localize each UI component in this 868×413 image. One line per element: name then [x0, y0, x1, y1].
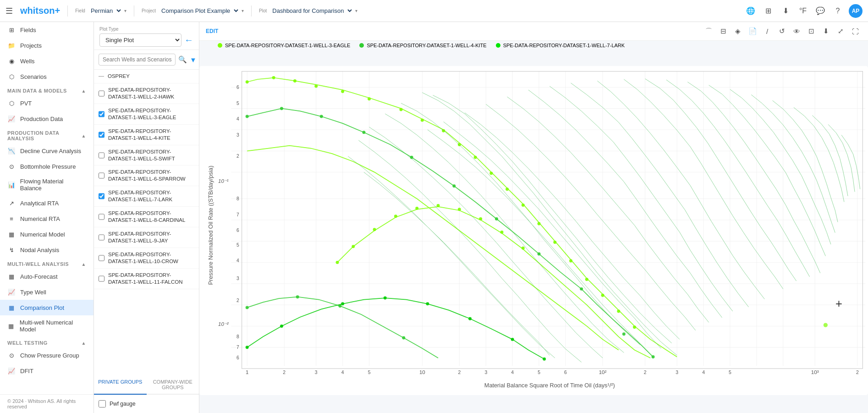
tab-private-groups[interactable]: PRIVATE GROUPS [94, 375, 147, 395]
svg-text:5: 5 [236, 242, 239, 248]
well-checkbox[interactable] [99, 193, 104, 200]
list-item[interactable]: SPE-DATA-REPOSITORY-DATASET-1-WELL-9-JAY [94, 227, 199, 248]
download-icon[interactable]: ⬇ [779, 5, 792, 17]
list-item[interactable]: SPE-DATA-REPOSITORY-DATASET-1-WELL-11-FA… [94, 269, 199, 289]
fullscreen-tool-icon[interactable]: ⛶ [849, 25, 862, 38]
search-input[interactable] [99, 54, 176, 66]
list-item[interactable]: SPE-DATA-REPOSITORY-DATASET-1-WELL-10-CR… [94, 248, 199, 269]
sidebar-item-comparison-plot[interactable]: ▦ Comparison Plot [0, 300, 93, 315]
sidebar-item-scenarios[interactable]: ⬡ Scenarios [0, 69, 93, 84]
well-checkbox[interactable] [99, 90, 104, 97]
plot-type-select[interactable]: Single Plot [99, 33, 181, 47]
refresh-tool-icon[interactable]: ↺ [775, 25, 788, 38]
well-checkbox[interactable] [99, 131, 104, 138]
fill-tool-icon[interactable]: ◈ [731, 25, 744, 38]
svg-point-93 [394, 215, 397, 218]
group-checkbox[interactable] [99, 400, 106, 407]
list-item[interactable]: SPE-DATA-REPOSITORY-DATASET-1-WELL-6-SPA… [94, 165, 199, 186]
back-button[interactable]: ← [184, 35, 193, 45]
sidebar-item-projects[interactable]: 📁 Projects [0, 38, 93, 53]
middle-panel: Plot Type Single Plot ← 🔍 ▼ RESET — OSPR… [94, 22, 199, 413]
well-checkbox[interactable] [99, 254, 104, 262]
sidebar-item-dfit[interactable]: 📈 DFIT [0, 363, 93, 379]
project-selector[interactable]: Project Comparison Plot Example ▾ [142, 6, 244, 16]
svg-text:6: 6 [236, 228, 239, 233]
sidebar-item-pvt[interactable]: ⬡ PVT [0, 95, 93, 111]
help-icon[interactable]: ? [831, 5, 844, 17]
sidebar-item-chow-pressure[interactable]: ⊙ Chow Pressure Group [0, 347, 93, 363]
groups-list: Pwf gauge [94, 395, 199, 413]
list-item[interactable]: SPE-DATA-REPOSITORY-DATASET-1-WELL-5-SWI… [94, 145, 199, 166]
download-tool-icon[interactable]: ⬇ [819, 25, 832, 38]
menu-icon[interactable]: ☰ [5, 6, 13, 16]
expand-tool-icon[interactable]: ⊡ [805, 25, 818, 38]
plot-select[interactable]: Dashboard for Comparison [269, 6, 353, 16]
svg-point-73 [341, 90, 344, 93]
well-checkbox[interactable] [99, 213, 104, 220]
edit-button[interactable]: EDIT [206, 28, 218, 34]
list-item[interactable]: — OSPREY [94, 70, 199, 83]
svg-point-121 [511, 338, 514, 341]
chat-icon[interactable]: 💬 [814, 5, 827, 17]
plot-chevron-icon: ▾ [355, 8, 357, 13]
globe-icon[interactable]: 🌐 [744, 5, 757, 17]
numerical-model-icon: ▦ [7, 230, 16, 238]
field-selector[interactable]: Field Permian ▾ [75, 6, 126, 16]
well-checkbox[interactable] [99, 275, 104, 282]
eye-off-tool-icon[interactable]: 👁 [790, 25, 803, 38]
list-item[interactable]: SPE-DATA-REPOSITORY-DATASET-1-WELL-7-LAR… [94, 186, 199, 207]
well-name: SPE-DATA-REPOSITORY-DATASET-1-WELL-9-JAY [108, 231, 194, 244]
svg-text:3: 3 [484, 370, 487, 375]
section-main-data[interactable]: Main Data & Models ▲ [0, 84, 93, 95]
sidebar-item-fields[interactable]: ⊞ Fields [0, 22, 93, 38]
well-checkbox[interactable] [99, 172, 104, 179]
chart-legend: SPE-DATA-REPOSITORY-DATASET-1-WELL-3-EAG… [199, 41, 868, 48]
chevron-up-icon4: ▲ [82, 341, 86, 346]
tab-company-groups[interactable]: COMPANY-WIDE GROUPS [147, 375, 199, 395]
well-checkbox[interactable] [99, 152, 104, 159]
legend-dot-eagle [218, 43, 222, 48]
temperature-icon[interactable]: °F [797, 5, 809, 17]
svg-text:3: 3 [315, 370, 318, 375]
sidebar-item-numerical-rta[interactable]: ≡ Numerical RTA [0, 211, 93, 226]
legend-item-kite: SPE-DATA-REPOSITORY-DATASET-1-WELL-4-KIT… [359, 43, 486, 48]
search-icon[interactable]: 🔍 [178, 55, 187, 64]
filter-icon[interactable]: ▼ [190, 56, 197, 64]
sidebar-item-bottomhole[interactable]: ⊙ Bottomhole Pressure [0, 159, 93, 174]
list-item[interactable]: SPE-DATA-REPOSITORY-DATASET-1-WELL-4-KIT… [94, 125, 199, 145]
list-item[interactable]: SPE-DATA-REPOSITORY-DATASET-1-WELL-3-EAG… [94, 104, 199, 125]
section-well-testing[interactable]: Well Testing ▲ [0, 336, 93, 347]
save-tool-icon[interactable]: 📄 [746, 25, 759, 38]
svg-point-72 [314, 85, 318, 88]
well-checkbox[interactable] [99, 110, 104, 118]
curve-tool-icon[interactable]: ⌒ [702, 25, 715, 38]
sidebar-item-nodal-analysis[interactable]: ↯ Nodal Analysis [0, 242, 93, 258]
sidebar-item-auto-forecast[interactable]: ▦ Auto-Forecast [0, 269, 93, 284]
project-select[interactable]: Comparison Plot Example [158, 6, 240, 16]
svg-text:5: 5 [729, 370, 731, 375]
svg-point-103 [362, 131, 365, 134]
sidebar-item-decline-curve[interactable]: 📉 Decline Curve Analysis [0, 143, 93, 159]
svg-point-115 [246, 346, 249, 349]
grid-icon[interactable]: ⊞ [762, 5, 775, 17]
section-multi-well[interactable]: Multi-Well Analysis ▲ [0, 258, 93, 269]
avatar[interactable]: AP [849, 4, 863, 18]
table-tool-icon[interactable]: ⊟ [717, 25, 730, 38]
sidebar-item-production-data[interactable]: 📈 Production Data [0, 111, 93, 127]
section-production-analysis[interactable]: Production Data Analysis ▲ [0, 127, 93, 143]
sidebar-item-wells[interactable]: ◉ Wells [0, 53, 93, 69]
edit-tool-icon[interactable]: / [761, 25, 774, 38]
sidebar-item-numerical-model[interactable]: ▦ Numerical Model [0, 226, 93, 242]
sidebar-item-analytical-rta[interactable]: ↗ Analytical RTA [0, 195, 93, 211]
field-select[interactable]: Permian [87, 6, 122, 16]
list-item[interactable]: SPE-DATA-REPOSITORY-DATASET-1-WELL-2-HAW… [94, 83, 199, 104]
sidebar-item-type-well[interactable]: 📈 Type Well [0, 284, 93, 300]
list-item[interactable]: SPE-DATA-REPOSITORY-DATASET-1-WELL-8-CAR… [94, 207, 199, 227]
svg-text:6: 6 [236, 85, 239, 90]
zoom-tool-icon[interactable]: ⤢ [834, 25, 847, 38]
sidebar-item-multiwell-numerical[interactable]: ▦ Multi-well Numerical Model [0, 315, 93, 336]
well-checkbox[interactable] [99, 234, 104, 241]
plot-selector[interactable]: Plot Dashboard for Comparison ▾ [259, 6, 357, 16]
sidebar-item-flowing-material[interactable]: 📊 Flowing Material Balance [0, 174, 93, 195]
list-item[interactable]: Pwf gauge [94, 397, 199, 410]
